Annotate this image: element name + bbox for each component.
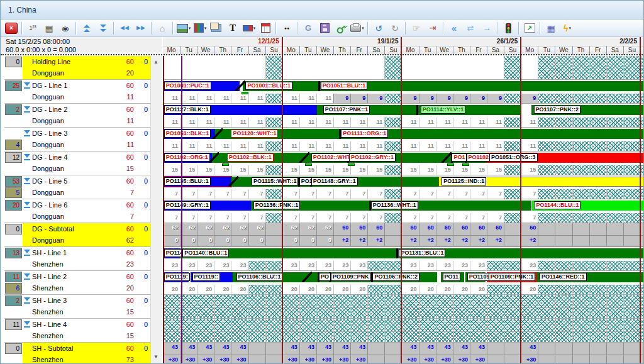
grid-button[interactable]: ▦ (41, 21, 57, 36)
task-label[interactable]: PO1131::BLU::1 (399, 249, 445, 257)
gantt-row-dg-line-3[interactable]: PO1051::BLK::1PO1120::WHT::1PO1111::ORG:… (163, 128, 644, 152)
gantt-row-sh-line-4[interactable] (163, 319, 644, 343)
resource-row-dg-line-3[interactable]: DG - Line 3600Dongguan114 (4, 128, 150, 152)
task-label[interactable]: PO (319, 273, 331, 281)
task-label[interactable]: PO1115::WHT::1 (252, 177, 299, 185)
task-label[interactable]: PO1107::PNK::2 (534, 106, 581, 114)
find-button[interactable]: ●● (279, 21, 295, 36)
resource-row-sh-line-4[interactable]: SH - Line 4600Shenzhen1511 (4, 319, 150, 343)
gantt-row-sh-subtotal[interactable]: 43434343434343434343434343434343+30+30+3… (163, 343, 644, 364)
redo-button[interactable]: ↻ (387, 21, 403, 36)
task-bar[interactable] (243, 81, 644, 91)
gantt-row-dg-line-2[interactable]: PO1127::BLK::1PO1107::PNK::1PO1114::YLV:… (163, 104, 644, 128)
display-options-button[interactable]: ▾ (175, 21, 192, 36)
task-bar[interactable] (215, 129, 644, 139)
task-label[interactable]: PO1135::BLU::1 (164, 177, 211, 185)
factory-button[interactable]: ⌂ (154, 21, 170, 36)
collapse-down-button[interactable] (95, 21, 111, 36)
gantt-row-dg-line-1[interactable]: PO1001::PUC::1PO1001::BLU::1PO1051::BLU:… (163, 80, 644, 104)
task-label[interactable]: PO1051::ORG::3 (489, 153, 538, 162)
task-label[interactable]: PO1136::PNK::1 (253, 201, 301, 209)
expand-up-button[interactable] (79, 21, 95, 36)
resource-row-sh-subtotal[interactable]: SH - Subtotal600Shenzhen730 (4, 343, 150, 364)
gantt-row-sh-line-2[interactable]: PO1119:PO1119::PO1106::BLU::1POPO1109::P… (163, 271, 644, 295)
actions-button[interactable]: ϟ▾ (559, 21, 575, 36)
resource-row-dg-line-2[interactable]: DG - Line 2600Dongguan112 (4, 104, 150, 128)
bar-style-button[interactable]: ▾ (241, 21, 257, 36)
task-label[interactable]: PO1102::GRY::1 (349, 153, 396, 162)
task-label[interactable]: PO1136::WHT::1 (371, 201, 418, 209)
resource-row-sh-line-2[interactable]: SH - Line 2600Shenzhen20116 (4, 271, 150, 295)
task-label[interactable]: PO1 (452, 153, 467, 162)
gantt-row-dg-line-6[interactable]: PO1149::GRY::1PO1136::PNK::1PO1136::WHT:… (163, 199, 644, 223)
task-label[interactable]: PO1109::PNK::1 (489, 273, 536, 281)
renumber-button[interactable]: 1²³ (25, 21, 41, 36)
gantt-row-holding-line[interactable] (163, 56, 644, 80)
traffic-light-button[interactable] (500, 21, 516, 36)
jump-start-button[interactable]: « (446, 21, 462, 36)
task-label[interactable]: PO1120::WHT::1 (231, 130, 278, 138)
task-label[interactable]: PO1001::PUC::1 (164, 82, 211, 90)
chart-options-button[interactable]: ▾ (192, 21, 208, 36)
task-label[interactable]: PO1119: (164, 273, 190, 281)
gantt-row-sh-line-3[interactable] (163, 295, 644, 319)
table-view-button[interactable]: ▦ (543, 21, 559, 36)
vertical-scrollbar[interactable]: ▲ ▼ (150, 56, 162, 364)
save-button[interactable] (316, 21, 333, 36)
task-label[interactable]: PO1051::BLK::1 (164, 130, 211, 138)
task-label[interactable]: PO1146::RED::1 (540, 273, 587, 281)
jump-end-button[interactable]: → (479, 21, 495, 36)
task-label[interactable]: PO1140::BLU::1 (182, 249, 229, 257)
scroll-up-icon[interactable]: ▲ (153, 59, 158, 65)
task-label[interactable]: PO1114::YLV::1 (421, 106, 465, 114)
task-label[interactable]: PO1001::BLU::1 (245, 82, 292, 90)
resource-row-sh-line-3[interactable]: SH - Line 3600Shenzhen152 (4, 295, 150, 319)
performance-button[interactable]: ↗ (521, 21, 538, 36)
task-label[interactable]: PO11 (443, 273, 461, 281)
refresh-button[interactable]: ⇄ (462, 21, 479, 36)
print-button[interactable]: ▾ (349, 21, 365, 36)
resource-row-holding-line[interactable]: Holding Line600Dongguan200 (4, 56, 150, 80)
page-back-button[interactable]: ◀◀ (116, 21, 133, 36)
gantt-row-dg-line-4[interactable]: PO1102::ORG:1PO1102::BLK::1PO1102::WHTPO… (163, 152, 644, 175)
task-label[interactable]: PO1111::ORG::1 (341, 130, 388, 138)
task-label[interactable]: PO1119:: (192, 273, 220, 281)
task-label[interactable]: PO1102::WHT (311, 153, 352, 162)
preview-button[interactable]: ◉ (57, 21, 74, 36)
resource-row-dg-subtotal[interactable]: DG - Subtotal600Dongguan620 (4, 223, 150, 247)
undo-button[interactable]: ↺ (370, 21, 387, 36)
task-label[interactable]: PO1107::PNK::1 (323, 106, 370, 114)
task-label[interactable]: PO1127::BLK::1 (164, 106, 211, 114)
gantt-row-dg-line-5[interactable]: PO1135::BLU::1PO1115::WHT::1PO1PO1148::G… (163, 175, 644, 199)
window-title-bar[interactable]: 1. China (1, 1, 644, 19)
overlay-button[interactable] (208, 21, 225, 36)
scroll-down-icon[interactable]: ▼ (153, 354, 158, 360)
calendar-button[interactable] (257, 21, 274, 36)
g-button[interactable]: G (300, 21, 316, 36)
page-forward-button[interactable]: ▶▶ (133, 21, 149, 36)
resource-row-dg-line-5[interactable]: DG - Line 5600Dongguan7535 (4, 175, 150, 199)
task-label[interactable]: PO1051::BLU::1 (321, 82, 368, 90)
day-label: Fr (350, 46, 367, 55)
task-label[interactable]: PO1102::ORG:1 (164, 153, 210, 162)
task-label[interactable]: PO1106::BLU::1 (236, 273, 283, 281)
task-label[interactable]: PO1148::GRY::1 (311, 177, 358, 185)
resource-row-dg-line-6[interactable]: DG - Line 6600Dongguan720 (4, 199, 150, 223)
task-label[interactable]: PO1102 (467, 153, 491, 162)
key-button[interactable] (333, 21, 349, 36)
task-label[interactable]: PO1109::PNK (331, 273, 371, 281)
gantt-row-sh-line-1[interactable]: PO1140PO1140::BLU::1PO1131::BLU::1232323… (163, 247, 644, 271)
send-button[interactable]: ⇥ (425, 21, 441, 36)
resource-row-dg-line-1[interactable]: DG - Line 1600Dongguan1125 (4, 80, 150, 104)
gantt-row-dg-subtotal[interactable]: 6262626262626262626060606060606060606000… (163, 223, 644, 247)
resource-row-dg-line-4[interactable]: DG - Line 4600Dongguan1512 (4, 152, 150, 175)
task-label[interactable]: PO1149::GRY::1 (164, 201, 211, 209)
task-label[interactable]: PO1106::PNK::2 (372, 273, 419, 281)
push-out-button[interactable]: ☞ (408, 21, 425, 36)
task-label[interactable]: PO1125::IND::1 (441, 177, 486, 185)
task-label[interactable]: PO1144::BLU::1 (534, 201, 580, 209)
close-button[interactable]: × (3, 21, 19, 36)
task-label[interactable]: PO1102::BLK::1 (227, 153, 274, 162)
resource-row-sh-line-1[interactable]: SH - Line 1600Shenzhen2313 (4, 247, 150, 271)
text-labels-button[interactable]: T (225, 21, 241, 36)
